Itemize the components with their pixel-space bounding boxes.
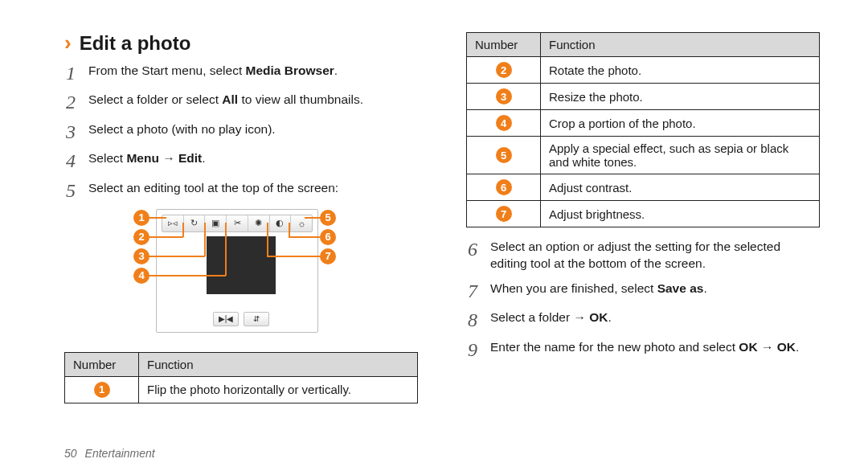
step-item: 8Select a folder → OK. [466,309,820,330]
step-item: 7When you are finished, select Save as. [466,281,820,301]
table-header-number: Number [65,352,139,376]
step-number: 4 [64,150,77,171]
number-bullet-icon: 5 [496,147,512,163]
table-row: 2Rotate the photo. [467,57,820,84]
steps-right: 6Select an option or adjust the setting … [466,239,820,360]
step-number: 1 [64,63,77,84]
table-row: 7Adjust brightness. [467,201,820,227]
step-number: 9 [466,339,479,360]
step-item: 9Enter the name for the new photo and se… [466,339,820,360]
step-item: 4Select Menu → Edit. [64,150,418,171]
number-bullet-icon: 6 [496,179,512,195]
chevron-icon: › [64,32,72,53]
step-text: When you are finished, select Save as. [490,281,820,297]
step-number: 6 [466,239,479,260]
step-number: 7 [466,281,479,301]
function-table-right: Number Function 2Rotate the photo.3Resiz… [466,32,820,227]
step-text: From the Start menu, select Media Browse… [88,63,418,80]
row-number-cell: 4 [467,110,541,137]
step-number: 8 [466,309,479,330]
table-row: 4Crop a portion of the photo. [467,110,820,137]
crop-icon: ✂ [227,215,248,231]
table-header-function: Function [541,33,820,57]
page-title: Edit a photo [80,32,191,55]
edit-tool-diagram: ▹◃ ↻ ▣ ✂ ✺ ◐ ☼ ▶|◀ ⇵ 1 2 [146,209,336,338]
row-function-cell: Resize the photo. [541,84,820,110]
step-item: 2Select a folder or select All to view a… [64,92,418,113]
step-text: Select an option or adjust the setting f… [490,239,820,272]
row-number-cell: 2 [467,57,541,84]
table-header-function: Function [139,352,418,376]
row-function-cell: Rotate the photo. [541,57,820,84]
row-function-cell: Apply a special effect, such as sepia or… [541,137,820,174]
control-flip-icon: ⇵ [244,312,269,326]
page-number: 50 [64,447,77,460]
step-number: 3 [64,121,77,142]
step-text: Select a folder → OK. [490,309,820,326]
step-item: 1From the Start menu, select Media Brows… [64,63,418,84]
step-text: Select a photo (with no play icon). [88,121,418,138]
step-item: 6Select an option or adjust the setting … [466,239,820,272]
table-row: 3Resize the photo. [467,84,820,110]
function-table-left: Number Function 1Flip the photo horizont… [64,352,418,403]
resize-icon: ▣ [205,215,227,231]
page-footer: 50 Entertainment [64,447,155,460]
row-function-cell: Adjust brightness. [541,201,820,227]
section-label: Entertainment [85,447,155,460]
step-text: Select a folder or select All to view al… [88,92,418,109]
row-number-cell: 6 [467,174,541,201]
step-item: 3Select a photo (with no play icon). [64,121,418,142]
callout-2: 2 [133,229,149,245]
row-number-cell: 3 [467,84,541,110]
row-function-cell: Adjust contrast. [541,174,820,201]
row-number-cell: 7 [467,201,541,227]
callout-5: 5 [320,210,336,226]
row-number-cell: 1 [65,376,139,403]
photo-preview-area [207,236,276,294]
row-function-cell: Crop a portion of the photo. [541,110,820,137]
number-bullet-icon: 4 [496,115,512,131]
table-row: 1Flip the photo horizontally or vertical… [65,376,418,403]
steps-left: 1From the Start menu, select Media Brows… [64,63,418,201]
table-row: 6Adjust contrast. [467,174,820,201]
callout-1: 1 [133,210,149,226]
step-text: Select Menu → Edit. [88,150,418,167]
control-navigate-icon: ▶|◀ [213,312,239,326]
row-number-cell: 5 [467,137,541,174]
callout-3: 3 [133,248,149,264]
number-bullet-icon: 7 [496,206,512,222]
number-bullet-icon: 2 [496,62,512,78]
step-number: 5 [64,180,77,201]
number-bullet-icon: 3 [496,88,512,104]
step-item: 5Select an editing tool at the top of th… [64,180,418,201]
table-header-number: Number [467,33,541,57]
rotate-icon: ↻ [184,215,206,231]
callout-4: 4 [133,268,149,284]
number-bullet-icon: 1 [94,382,110,398]
step-text: Enter the name for the new photo and sel… [490,339,820,356]
row-function-cell: Flip the photo horizontally or verticall… [139,376,418,403]
table-row: 5Apply a special effect, such as sepia o… [467,137,820,174]
step-text: Select an editing tool at the top of the… [88,180,418,197]
step-number: 2 [64,92,77,113]
